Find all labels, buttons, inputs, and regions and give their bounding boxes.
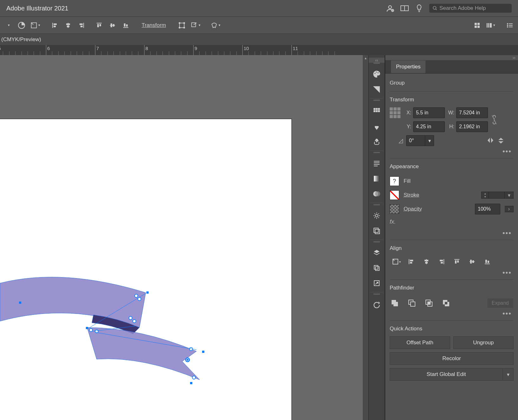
align-hcenter-btn[interactable] [420,256,433,267]
transform-label[interactable]: Transform [139,20,169,31]
align-left-btn[interactable] [405,256,418,267]
horizontal-ruler[interactable]: // placeholder; ruler drawn after data l… [0,45,518,55]
align-top-icon[interactable] [93,20,105,31]
exclude-icon[interactable] [441,298,451,308]
user-icon[interactable] [386,4,394,13]
arrange-docs-icon[interactable] [400,4,409,13]
align-right-icon[interactable] [76,20,87,31]
dock-drag-grip[interactable] [372,294,381,296]
workspace-switcher-icon[interactable]: ▾ [485,20,496,31]
align-more[interactable]: ••• [390,267,514,278]
svg-point-73 [377,140,379,141]
paragraph-icon[interactable] [369,156,384,171]
offset-path-button[interactable]: Offset Path [390,336,450,349]
opacity-label[interactable]: Opacity [404,206,422,212]
svg-rect-91 [375,229,380,234]
recolor-button[interactable]: Recolor [390,352,514,365]
gradient-icon[interactable] [369,171,384,186]
dock-drag-grip[interactable] [372,204,381,206]
y-input[interactable]: 4.25 in [413,121,445,132]
fx-button[interactable]: fx. [390,216,514,228]
constrain-proportions-icon[interactable] [491,114,497,125]
document-tab-bar: (CMYK/Preview) [0,34,518,45]
transparency-icon[interactable] [369,186,384,201]
expand-button: Expand [487,298,514,308]
appearance-sun-icon[interactable] [369,208,384,223]
transform-section-title: Transform [390,97,514,103]
flip-horizontal-icon[interactable] [487,137,494,144]
dock-drag-grip[interactable] [372,152,381,154]
align-hcenter-icon[interactable] [62,20,74,31]
svg-rect-99 [410,262,412,264]
intersect-icon[interactable] [424,298,434,308]
stroke-weight-dropdown[interactable]: ▾ [505,192,514,199]
artboards-icon[interactable] [369,260,384,276]
stroke-swatch[interactable] [390,190,399,200]
opacity-popup[interactable]: › [505,206,514,212]
align-vcenter-icon[interactable] [107,20,118,31]
edit-contents-icon[interactable]: ▾ [189,20,202,31]
graphic-styles-icon[interactable] [369,223,384,239]
appearance-more[interactable]: ••• [390,228,514,239]
align-bottom-btn[interactable] [481,256,494,267]
global-edit-dropdown[interactable]: ▾ [503,368,514,381]
opacity-input[interactable]: 100% [475,204,500,214]
palette-icon[interactable] [369,67,384,82]
mask-icon[interactable]: ▾ [209,20,222,31]
dropdown-left[interactable]: ▾ [3,20,14,31]
stroke-weight-input[interactable] [489,192,505,199]
svg-point-45 [507,26,508,28]
pathfinder-more[interactable]: ••• [390,308,514,319]
svg-rect-116 [411,302,415,306]
isolate-group-icon[interactable] [176,20,188,31]
vertical-scrollbar[interactable]: ▲ [363,55,368,420]
align-right-btn[interactable] [435,256,448,267]
align-bottom-icon[interactable] [120,20,131,31]
align-to-icon[interactable]: ▾ [390,256,402,267]
flip-vertical-icon[interactable] [498,137,504,144]
angle-dropdown[interactable]: ▾ [425,135,434,146]
fill-swatch[interactable]: ? [390,176,399,186]
x-input[interactable]: 5.5 in [413,107,445,118]
stroke-label[interactable]: Stroke [404,192,419,198]
essentials-icon[interactable] [471,20,483,31]
dock-drag-grip[interactable] [372,100,381,102]
ungroup-button[interactable]: Ungroup [453,336,514,349]
align-vcenter-btn[interactable] [466,256,478,267]
dock-collapse[interactable]: ‹‹ [369,58,385,63]
unite-icon[interactable] [390,298,400,308]
svg-rect-16 [83,23,84,28]
grid-icon[interactable] [369,104,384,119]
brushes-icon[interactable] [369,119,384,134]
global-edit-button[interactable]: Start Global Edit [390,368,503,381]
lightbulb-icon[interactable] [415,4,424,13]
symbols-icon[interactable] [369,134,384,149]
swatches-panel-icon[interactable] [369,82,384,97]
doc-setup-icon[interactable]: ▾ [29,20,42,31]
align-left-icon[interactable] [49,20,61,31]
align-top-btn[interactable] [451,256,463,267]
reference-point[interactable] [390,107,400,118]
dock-drag-grip[interactable] [372,63,381,65]
export-icon[interactable] [369,276,384,291]
panel-collapse[interactable]: ›› [385,55,518,60]
dock-drag-grip[interactable] [372,241,381,243]
menu-icon[interactable] [504,20,515,31]
search-help[interactable]: Search Adobe Help [429,4,512,13]
opacity-swatch[interactable] [390,204,399,214]
svg-point-62 [374,73,375,74]
layers-icon[interactable] [369,245,384,260]
h-input[interactable]: 2.1962 in [456,121,488,132]
w-input[interactable]: 7.5204 in [456,107,488,118]
svg-point-30 [183,22,185,23]
recolor-icon[interactable] [369,297,384,313]
svg-rect-11 [54,23,57,25]
minus-front-icon[interactable] [407,298,417,308]
svg-rect-40 [490,23,492,28]
angle-input[interactable]: 0° [406,135,425,146]
stroke-stepper[interactable]: ▴▾ [481,192,489,199]
properties-tab[interactable]: Properties [385,60,518,73]
recolor-art-icon[interactable] [16,20,27,31]
canvas-area[interactable]: ▲ [0,55,368,420]
transform-more[interactable]: ••• [390,146,514,157]
